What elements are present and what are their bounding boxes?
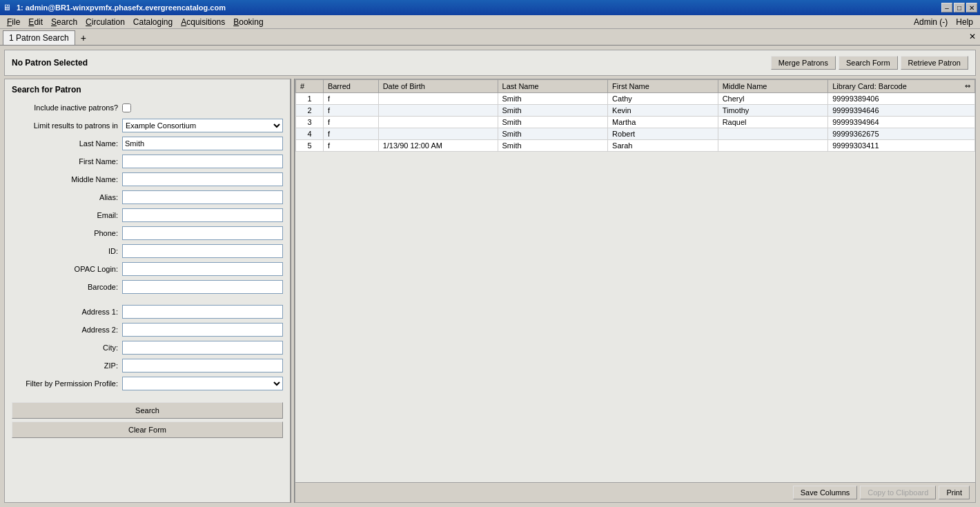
middlename-input[interactable]: [122, 172, 283, 186]
cell-lastname: Smith: [498, 93, 608, 105]
menu-circulation[interactable]: Circulation: [81, 16, 129, 28]
cell-num: 5: [296, 140, 324, 152]
cell-firstname: Robert: [608, 128, 718, 140]
menu-bar: File Edit Search Circulation Cataloging …: [0, 15, 980, 29]
barcode-row: Barcode:: [12, 279, 283, 295]
search-button[interactable]: Search: [12, 402, 283, 419]
search-form-button[interactable]: Search Form: [839, 56, 898, 70]
col-header-middlename[interactable]: Middle Name: [718, 80, 828, 93]
zip-row: ZIP:: [12, 358, 283, 373]
col-header-dob[interactable]: Date of Birth: [378, 80, 498, 93]
menu-search[interactable]: Search: [47, 16, 81, 28]
lastname-input[interactable]: [122, 137, 283, 150]
filter-permission-select[interactable]: [122, 377, 283, 390]
tab-patron-search[interactable]: 1 Patron Search: [3, 30, 75, 45]
menu-file[interactable]: File: [3, 16, 24, 28]
minimize-button[interactable]: –: [941, 3, 952, 12]
id-input[interactable]: [122, 244, 283, 258]
main-content: No Patron Selected Merge Patrons Search …: [0, 46, 980, 507]
tab-add-button[interactable]: +: [75, 31, 92, 45]
middlename-label: Middle Name:: [12, 175, 122, 183]
menu-help[interactable]: Help: [952, 16, 977, 28]
copy-to-clipboard-button[interactable]: Copy to Clipboard: [860, 486, 936, 499]
cell-dob: [378, 128, 498, 140]
cell-firstname: Cathy: [608, 93, 718, 105]
no-patron-label: No Patron Selected: [12, 58, 88, 68]
col-header-firstname[interactable]: First Name: [608, 80, 718, 93]
cell-firstname: Kevin: [608, 105, 718, 117]
barcode-input[interactable]: [122, 280, 283, 294]
menu-booking[interactable]: Booking: [229, 16, 267, 28]
cell-firstname: Martha: [608, 117, 718, 128]
filter-permission-label: Filter by Permission Profile:: [12, 379, 122, 388]
id-label: ID:: [12, 247, 122, 255]
cell-middlename: [718, 128, 828, 140]
info-bar-buttons: Merge Patrons Search Form Retrieve Patro…: [771, 56, 968, 70]
phone-input[interactable]: [122, 226, 283, 240]
retrieve-patron-button[interactable]: Retrieve Patron: [901, 56, 968, 70]
results-table-wrapper[interactable]: # Barred Date of Birth Last Name First N…: [295, 79, 975, 482]
print-button[interactable]: Print: [939, 486, 970, 499]
cell-middlename: Cheryl: [718, 93, 828, 105]
tab-close-icon[interactable]: ✕: [969, 32, 976, 41]
table-row[interactable]: 2 f Smith Kevin Timothy 99999394646: [296, 105, 975, 117]
clear-form-button[interactable]: Clear Form: [12, 421, 283, 438]
cell-barred: f: [323, 93, 378, 105]
opaclogin-input[interactable]: [122, 262, 283, 276]
tab-bar: 1 Patron Search + ✕: [0, 29, 980, 46]
cell-barred: f: [323, 140, 378, 152]
restore-button[interactable]: □: [954, 3, 965, 12]
cell-barcode: 99999389406: [828, 93, 975, 105]
menu-cataloging[interactable]: Cataloging: [129, 16, 177, 28]
search-panel-title: Search for Patron: [12, 85, 283, 95]
cell-num: 4: [296, 128, 324, 140]
cell-barcode: 99999303411: [828, 140, 975, 152]
firstname-input[interactable]: [122, 155, 283, 168]
save-columns-button[interactable]: Save Columns: [793, 486, 858, 499]
cell-num: 3: [296, 117, 324, 128]
barcode-label: Barcode:: [12, 283, 122, 291]
phone-row: Phone:: [12, 226, 283, 241]
zip-input[interactable]: [122, 359, 283, 372]
address1-row: Address 1:: [12, 304, 283, 319]
col-header-num[interactable]: #: [296, 80, 324, 93]
city-input[interactable]: [122, 341, 283, 355]
table-row[interactable]: 1 f Smith Cathy Cheryl 99999389406: [296, 93, 975, 105]
cell-lastname: Smith: [498, 140, 608, 152]
email-input[interactable]: [122, 208, 283, 222]
id-row: ID:: [12, 243, 283, 259]
cell-middlename: [718, 140, 828, 152]
cell-barred: f: [323, 128, 378, 140]
firstname-row: First Name:: [12, 154, 283, 169]
limit-results-select[interactable]: Example Consortium: [122, 119, 283, 132]
results-header-row: # Barred Date of Birth Last Name First N…: [296, 80, 975, 93]
lastname-label: Last Name:: [12, 139, 122, 148]
table-row[interactable]: 4 f Smith Robert 99999362675: [296, 128, 975, 140]
col-header-barcode[interactable]: Library Card: Barcode ⇔: [828, 80, 975, 93]
col-header-lastname[interactable]: Last Name: [498, 80, 608, 93]
limit-results-label: Limit results to patrons in: [12, 121, 122, 130]
email-row: Email:: [12, 208, 283, 223]
cell-middlename: Raquel: [718, 117, 828, 128]
search-panel: Search for Patron Include inactive patro…: [4, 79, 291, 503]
table-row[interactable]: 5 f 1/13/90 12:00 AM Smith Sarah 9999930…: [296, 140, 975, 152]
alias-label: Alias:: [12, 193, 122, 201]
menu-admin[interactable]: Admin (-): [910, 16, 952, 28]
col-resize-icon: ⇔: [965, 82, 970, 90]
menu-edit[interactable]: Edit: [24, 16, 47, 28]
address2-label: Address 2:: [12, 326, 122, 334]
cell-barred: f: [323, 117, 378, 128]
merge-patrons-button[interactable]: Merge Patrons: [771, 56, 836, 70]
results-tbody: 1 f Smith Cathy Cheryl 99999389406 2 f S…: [296, 93, 975, 152]
table-row[interactable]: 3 f Smith Martha Raquel 99999394964: [296, 117, 975, 128]
email-label: Email:: [12, 211, 122, 219]
menu-acquisitions[interactable]: Acquisitions: [177, 16, 229, 28]
alias-input[interactable]: [122, 190, 283, 204]
address2-input[interactable]: [122, 323, 283, 337]
include-inactive-checkbox[interactable]: [122, 103, 131, 112]
address1-input[interactable]: [122, 305, 283, 319]
col-header-barred[interactable]: Barred: [323, 80, 378, 93]
close-button[interactable]: ✕: [966, 3, 977, 12]
cell-lastname: Smith: [498, 117, 608, 128]
tab-label: 1 Patron Search: [9, 33, 69, 43]
